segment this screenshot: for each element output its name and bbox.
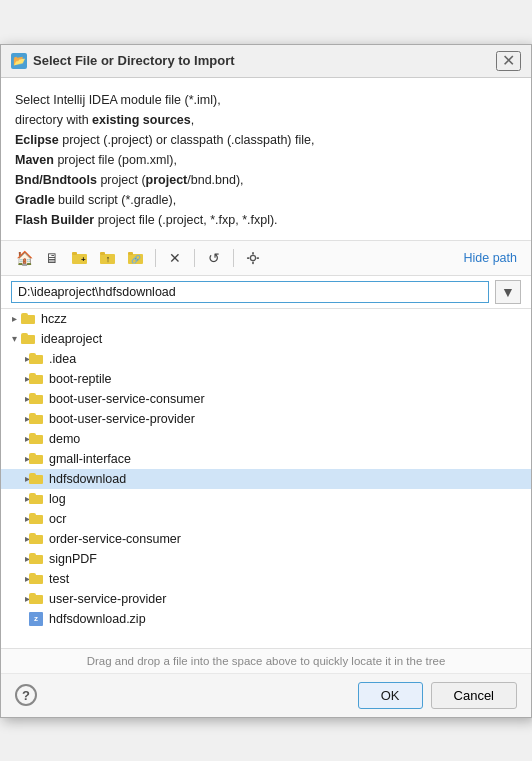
title-bar: 📂 Select File or Directory to Import ✕ — [1, 45, 531, 78]
desc-line1: Select Intellij IDEA module file (*.iml)… — [15, 93, 221, 107]
tree-item[interactable]: ▸.idea — [1, 349, 531, 369]
tree-item-label: ocr — [49, 512, 66, 526]
tree-item-label: boot-reptile — [49, 372, 112, 386]
desktop-button[interactable]: 🖥 — [39, 246, 65, 270]
tree-toggle: ▸ — [1, 313, 19, 324]
tree-item[interactable]: ▸order-service-consumer — [1, 529, 531, 549]
toolbar-separator3 — [233, 249, 234, 267]
tree-item-label: user-service-provider — [49, 592, 166, 606]
tree-toggle: ▸ — [1, 353, 27, 364]
svg-rect-13 — [247, 257, 250, 259]
folder-icon — [27, 453, 45, 464]
tree-item[interactable]: ▸boot-user-service-consumer — [1, 389, 531, 409]
toolbar-separator — [155, 249, 156, 267]
folder-icon — [27, 353, 45, 364]
desc-line2: directory with existing sources, — [15, 113, 194, 127]
svg-point-10 — [250, 255, 255, 260]
folder-link-button[interactable]: 🔗 — [123, 246, 149, 270]
tree-item[interactable]: ▸gmall-interface — [1, 449, 531, 469]
file-tree: ▸hczz▾ideaproject▸.idea▸boot-reptile▸boo… — [1, 309, 531, 649]
tree-toggle: ▸ — [1, 553, 27, 564]
tree-toggle: ▾ — [1, 333, 19, 344]
tree-item-label: log — [49, 492, 66, 506]
folder-icon — [27, 393, 45, 404]
new-folder-button[interactable]: + — [67, 246, 93, 270]
folder-icon — [27, 593, 45, 604]
svg-text:↑: ↑ — [106, 254, 111, 264]
gear-icon — [245, 251, 261, 265]
tree-toggle: ▸ — [1, 413, 27, 424]
zip-icon: z — [27, 612, 45, 626]
folder-icon — [27, 493, 45, 504]
folder-icon — [27, 413, 45, 424]
settings-button[interactable] — [240, 246, 266, 270]
folder-icon — [27, 433, 45, 444]
tree-item-label: hczz — [41, 312, 67, 326]
tree-item[interactable]: ▸hczz — [1, 309, 531, 329]
tree-item[interactable]: ▾ideaproject — [1, 329, 531, 349]
ok-button[interactable]: OK — [358, 682, 423, 709]
tree-item[interactable]: zhdfsdownload.zip — [1, 609, 531, 629]
tree-toggle: ▸ — [1, 433, 27, 444]
svg-rect-2 — [72, 252, 77, 255]
tree-item[interactable]: ▸demo — [1, 429, 531, 449]
tree-item-label: hdfsdownload — [49, 472, 126, 486]
cancel-button[interactable]: Cancel — [431, 682, 517, 709]
close-button[interactable]: ✕ — [496, 51, 521, 71]
new-folder-icon: + — [72, 251, 88, 265]
tree-item-label: test — [49, 572, 69, 586]
svg-text:+: + — [81, 255, 86, 264]
tree-item[interactable]: ▸log — [1, 489, 531, 509]
tree-item-label: boot-user-service-consumer — [49, 392, 205, 406]
path-row: ▼ — [1, 276, 531, 309]
folder-icon — [27, 553, 45, 564]
refresh-button[interactable]: ↺ — [201, 246, 227, 270]
footer: ? OK Cancel — [1, 674, 531, 717]
folder-icon — [27, 473, 45, 484]
desc-line4: Maven project file (pom.xml), — [15, 153, 177, 167]
tree-item-label: ideaproject — [41, 332, 102, 346]
tree-item[interactable]: ▸boot-reptile — [1, 369, 531, 389]
tree-toggle: ▸ — [1, 473, 27, 484]
tree-item[interactable]: ▸hdfsdownload — [1, 469, 531, 489]
tree-item-label: hdfsdownload.zip — [49, 612, 146, 626]
svg-rect-12 — [252, 261, 254, 264]
tree-item-label: demo — [49, 432, 80, 446]
tree-item-label: signPDF — [49, 552, 97, 566]
svg-rect-14 — [257, 257, 260, 259]
home-button[interactable]: 🏠 — [11, 246, 37, 270]
path-input[interactable] — [11, 281, 489, 303]
svg-text:🔗: 🔗 — [131, 254, 141, 264]
folder-icon — [27, 573, 45, 584]
toolbar: 🏠 🖥 + ↑ 🔗 ✕ ↺ — [1, 241, 531, 276]
help-button[interactable]: ? — [15, 684, 37, 706]
desc-line7: Flash Builder project file (.project, *.… — [15, 213, 278, 227]
tree-item[interactable]: ▸test — [1, 569, 531, 589]
tree-item[interactable]: ▸boot-user-service-provider — [1, 409, 531, 429]
tree-item-label: boot-user-service-provider — [49, 412, 195, 426]
hide-path-button[interactable]: Hide path — [459, 249, 521, 267]
tree-toggle: ▸ — [1, 573, 27, 584]
tree-item-label: gmall-interface — [49, 452, 131, 466]
dialog-title: Select File or Directory to Import — [33, 53, 235, 68]
title-bar-left: 📂 Select File or Directory to Import — [11, 53, 235, 69]
tree-toggle: ▸ — [1, 453, 27, 464]
folder-link-icon: 🔗 — [128, 251, 144, 265]
tree-toggle: ▸ — [1, 513, 27, 524]
tree-item[interactable]: ▸user-service-provider — [1, 589, 531, 609]
folder-icon — [19, 333, 37, 344]
tree-toggle: ▸ — [1, 393, 27, 404]
tree-item-label: order-service-consumer — [49, 532, 181, 546]
tree-item[interactable]: ▸signPDF — [1, 549, 531, 569]
folder-up-button[interactable]: ↑ — [95, 246, 121, 270]
folder-icon — [19, 313, 37, 324]
tree-item[interactable]: ▸ocr — [1, 509, 531, 529]
folder-icon — [27, 373, 45, 384]
delete-button[interactable]: ✕ — [162, 246, 188, 270]
path-navigate-button[interactable]: ▼ — [495, 280, 521, 304]
footer-actions: OK Cancel — [358, 682, 517, 709]
description-area: Select Intellij IDEA module file (*.iml)… — [1, 78, 531, 241]
toolbar-separator2 — [194, 249, 195, 267]
tree-toggle: ▸ — [1, 533, 27, 544]
tree-toggle: ▸ — [1, 593, 27, 604]
